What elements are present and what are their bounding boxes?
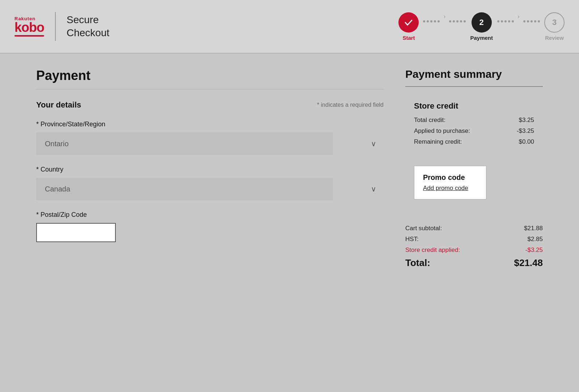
store-credit-applied-total-row: Store credit applied: -$3.25 [405, 246, 543, 254]
step-payment: 2 Payment [470, 12, 493, 41]
store-credit-remaining-label: Remaining credit: [414, 138, 462, 146]
totals-section: Cart subtotal: $21.88 HST: $2.85 Store c… [405, 221, 543, 276]
summary-divider [405, 86, 543, 87]
cart-subtotal-row: Cart subtotal: $21.88 [405, 225, 543, 232]
add-promo-code-link[interactable]: Add promo code [423, 185, 468, 191]
province-select[interactable]: Ontario British Columbia Alberta Quebec [36, 132, 333, 155]
postal-label: * Postal/Zip Code [36, 211, 384, 219]
step-review-circle: 3 [544, 12, 565, 33]
store-credit-applied-row: Applied to purchase: -$3.25 [414, 127, 534, 135]
postal-field-group: * Postal/Zip Code [36, 211, 384, 242]
step-payment-circle: 2 [472, 12, 492, 33]
store-credit-box: Store credit Total credit: $3.25 Applied… [405, 94, 543, 153]
logo-area: Rakuten kobo [14, 16, 44, 37]
payment-form: Payment Your details * indicates a requi… [36, 68, 384, 276]
store-credit-total-row: Total credit: $3.25 [414, 117, 534, 124]
postal-input[interactable] [36, 223, 116, 242]
site-header: Rakuten kobo Secure Checkout Start › [0, 0, 579, 54]
country-chevron-icon: ∨ [371, 185, 376, 193]
country-field-group: * Country Canada United States United Ki… [36, 166, 384, 200]
main-content: Payment Your details * indicates a requi… [18, 54, 561, 290]
country-select[interactable]: Canada United States United Kingdom [36, 178, 333, 200]
grand-total-value: $21.48 [514, 257, 543, 269]
hst-value: $2.85 [527, 236, 543, 243]
header-divider [55, 12, 56, 41]
store-credit-title: Store credit [414, 101, 534, 111]
store-credit-total-value: $3.25 [519, 117, 534, 124]
your-details-row: Your details * indicates a required fiel… [36, 100, 384, 110]
store-credit-applied-label: Applied to purchase: [414, 127, 470, 135]
required-note: * indicates a required field [317, 102, 384, 108]
store-credit-applied-total-label: Store credit applied: [405, 246, 460, 254]
step-start-label: Start [402, 35, 415, 41]
step-dots-1: › [423, 13, 466, 41]
logo-kobo: kobo [14, 21, 44, 34]
step-review-label: Review [545, 35, 564, 41]
province-select-wrapper[interactable]: Ontario British Columbia Alberta Quebec … [36, 132, 384, 155]
store-credit-remaining-row: Remaining credit: $0.00 [414, 138, 534, 146]
your-details-label: Your details [36, 100, 81, 110]
promo-box: Promo code Add promo code [414, 166, 486, 199]
step-payment-label: Payment [470, 35, 493, 41]
logo-underline [14, 35, 44, 37]
store-credit-remaining-value: $0.00 [519, 138, 534, 146]
country-label: * Country [36, 166, 384, 173]
province-field-group: * Province/State/Region Ontario British … [36, 121, 384, 155]
province-label: * Province/State/Region [36, 121, 384, 128]
step-review: 3 Review [544, 12, 565, 41]
hst-label: HST: [405, 236, 419, 243]
payment-summary: Payment summary Store credit Total credi… [405, 68, 543, 276]
promo-container: Promo code Add promo code [405, 159, 543, 214]
store-credit-applied-total-value: -$3.25 [525, 246, 543, 254]
cart-subtotal-label: Cart subtotal: [405, 225, 442, 232]
payment-divider [36, 89, 384, 89]
promo-title: Promo code [423, 173, 477, 182]
province-chevron-icon: ∨ [371, 139, 376, 148]
store-credit-applied-value: -$3.25 [517, 127, 534, 135]
summary-title: Payment summary [405, 68, 543, 80]
step-dots-2: › [497, 13, 540, 41]
step-start-circle [398, 12, 419, 33]
store-credit-total-label: Total credit: [414, 117, 445, 124]
grand-total-label: Total: [405, 257, 430, 269]
country-select-wrapper[interactable]: Canada United States United Kingdom ∨ [36, 178, 384, 200]
hst-row: HST: $2.85 [405, 236, 543, 243]
logo: Rakuten kobo [14, 16, 44, 37]
secure-checkout-title: Secure Checkout [67, 13, 109, 40]
grand-total-row: Total: $21.48 [405, 257, 543, 269]
cart-subtotal-value: $21.88 [524, 225, 543, 232]
checkout-steps: Start › 2 Payment [398, 12, 565, 41]
step-start: Start [398, 12, 419, 41]
payment-title: Payment [36, 68, 384, 83]
